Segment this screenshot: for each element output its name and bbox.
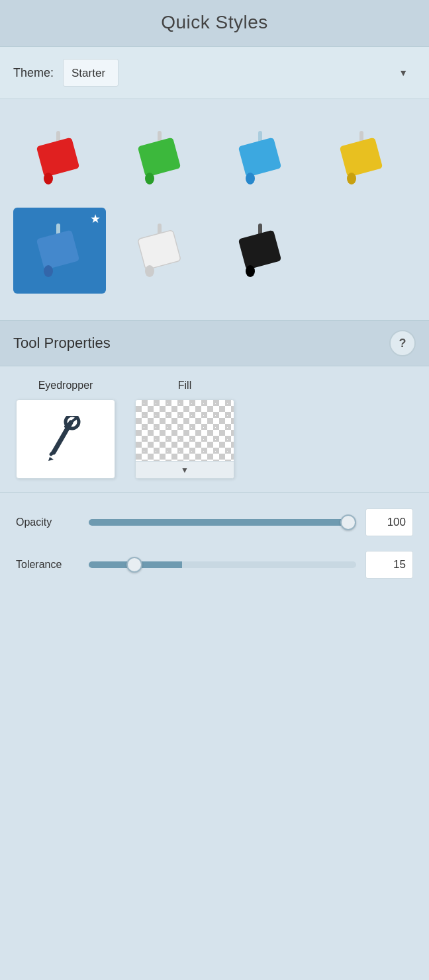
page-title: Quick Styles bbox=[161, 12, 268, 32]
help-label: ? bbox=[399, 337, 406, 350]
style-item-white[interactable] bbox=[115, 208, 207, 294]
tool-properties-content: Eyedropper Fill ▼ bbox=[0, 366, 429, 492]
svg-point-14 bbox=[44, 265, 53, 277]
chevron-down-icon: ▼ bbox=[399, 67, 408, 78]
theme-select[interactable]: Starter Modern Classic Retro bbox=[63, 59, 119, 87]
opacity-slider[interactable] bbox=[89, 519, 356, 526]
chevron-down-icon: ▼ bbox=[181, 466, 189, 475]
opacity-slider-wrapper bbox=[89, 516, 356, 528]
tolerance-row: Tolerance 15 bbox=[16, 551, 413, 579]
svg-point-11 bbox=[347, 173, 356, 184]
paint-bucket-white-icon bbox=[131, 221, 191, 280]
theme-select-wrapper: Starter Modern Classic Retro ▼ bbox=[63, 59, 416, 87]
tolerance-slider-wrapper bbox=[89, 559, 356, 571]
fill-dropdown-arrow[interactable]: ▼ bbox=[136, 461, 234, 478]
quick-styles-header: Quick Styles bbox=[0, 0, 429, 47]
svg-marker-24 bbox=[48, 457, 54, 461]
eyedropper-icon bbox=[46, 416, 85, 462]
tolerance-slider[interactable] bbox=[89, 561, 356, 568]
style-item-black[interactable] bbox=[215, 208, 308, 294]
svg-rect-13 bbox=[36, 230, 80, 270]
svg-point-5 bbox=[145, 173, 154, 184]
theme-row: Theme: Starter Modern Classic Retro ▼ bbox=[0, 47, 429, 99]
tolerance-value: 15 bbox=[393, 558, 406, 571]
paint-bucket-blue-icon bbox=[232, 128, 291, 188]
opacity-row: Opacity 100 bbox=[16, 509, 413, 536]
styles-grid: ★ bbox=[13, 115, 410, 294]
theme-label: Theme: bbox=[13, 66, 54, 80]
fill-label: Fill bbox=[178, 380, 191, 391]
fill-box[interactable]: ▼ bbox=[135, 399, 234, 479]
bottom-space bbox=[0, 606, 429, 858]
tool-properties-header: Tool Properties ? bbox=[0, 320, 429, 366]
paint-bucket-selected-icon bbox=[30, 221, 89, 280]
svg-rect-1 bbox=[36, 138, 80, 178]
svg-point-2 bbox=[44, 173, 53, 184]
paint-bucket-black-icon bbox=[232, 221, 291, 280]
svg-point-20 bbox=[246, 265, 255, 277]
style-item-red[interactable] bbox=[13, 115, 106, 201]
style-item-green[interactable] bbox=[115, 115, 207, 201]
svg-rect-19 bbox=[238, 230, 282, 270]
opacity-value: 100 bbox=[387, 516, 406, 529]
paint-bucket-green-icon bbox=[131, 128, 191, 188]
svg-point-8 bbox=[246, 173, 255, 184]
fill-col: Fill ▼ bbox=[135, 380, 234, 479]
eyedropper-col: Eyedropper bbox=[16, 380, 115, 479]
opacity-value-box: 100 bbox=[365, 509, 413, 536]
tool-row: Eyedropper Fill ▼ bbox=[16, 380, 413, 479]
svg-rect-16 bbox=[137, 230, 181, 270]
opacity-label: Opacity bbox=[16, 516, 89, 528]
sliders-section: Opacity 100 Tolerance 15 bbox=[0, 492, 429, 606]
style-item-blue[interactable] bbox=[215, 115, 308, 201]
tool-properties-title: Tool Properties bbox=[13, 335, 111, 352]
tolerance-label: Tolerance bbox=[16, 559, 89, 571]
style-item-selected[interactable]: ★ bbox=[13, 208, 106, 294]
svg-point-17 bbox=[145, 265, 154, 277]
paint-bucket-yellow-icon bbox=[333, 128, 393, 188]
svg-rect-4 bbox=[137, 138, 181, 178]
checkerboard-pattern bbox=[136, 400, 234, 461]
styles-area: ★ bbox=[0, 99, 429, 320]
help-button[interactable]: ? bbox=[389, 330, 416, 356]
eyedropper-box[interactable] bbox=[16, 399, 115, 479]
svg-rect-7 bbox=[238, 138, 282, 178]
style-item-yellow[interactable] bbox=[316, 115, 409, 201]
star-icon: ★ bbox=[90, 212, 101, 226]
svg-rect-10 bbox=[339, 138, 383, 178]
paint-bucket-red-icon bbox=[30, 128, 89, 188]
tolerance-value-box: 15 bbox=[365, 551, 413, 579]
eyedropper-label: Eyedropper bbox=[38, 380, 93, 391]
